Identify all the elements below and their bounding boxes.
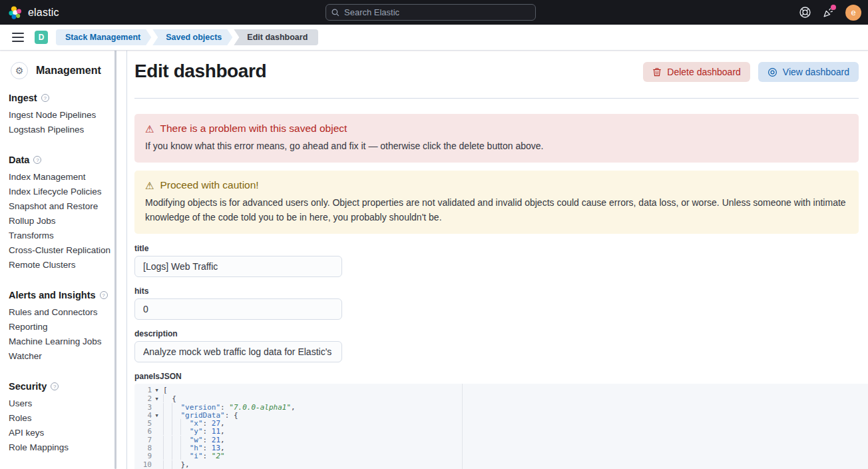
- code-line: 5"x": 27,: [134, 419, 868, 427]
- sidebar-item-logstash-pipelines[interactable]: Logstash Pipelines: [9, 123, 126, 137]
- question-circle-icon[interactable]: ?: [100, 291, 108, 299]
- sidebar-section-title: Ingest?: [9, 93, 126, 103]
- indent-guide: [180, 452, 189, 460]
- breadcrumb-edit-dashboard: Edit dashboard: [234, 29, 318, 45]
- elastic-logo-icon: [8, 5, 23, 20]
- brand-name: elastic: [28, 7, 59, 19]
- panelsjson-code-editor[interactable]: 1▼[2▼{3"version": "7.0.0-alpha1",4▼"grid…: [134, 384, 868, 469]
- sidebar-item-reporting[interactable]: Reporting: [9, 320, 126, 334]
- user-avatar[interactable]: e: [845, 5, 861, 21]
- indent-guide: [172, 403, 180, 411]
- indent-guide: [163, 403, 172, 411]
- question-circle-icon[interactable]: ?: [33, 156, 41, 164]
- fold-caret-icon[interactable]: ▼: [152, 386, 162, 394]
- indent-guide: [172, 444, 180, 452]
- elastic-logo[interactable]: elastic: [8, 5, 59, 20]
- header-divider: [134, 98, 859, 99]
- sidebar-item-index-lifecycle-policies[interactable]: Index Lifecycle Policies: [9, 185, 126, 199]
- title-label: title: [134, 244, 859, 253]
- indent-guide: [172, 436, 180, 444]
- code-line: 2▼{: [134, 394, 868, 402]
- code-line: 1▼[: [134, 386, 868, 394]
- description-label: description: [134, 329, 859, 338]
- space-avatar[interactable]: D: [35, 31, 48, 44]
- sidebar-item-index-management[interactable]: Index Management: [9, 170, 126, 185]
- indent-guide: [180, 436, 189, 444]
- code-line: 6"y": 11,: [134, 427, 868, 435]
- indent-guide: [180, 444, 189, 452]
- menu-icon[interactable]: [7, 29, 29, 46]
- line-number: 9: [134, 452, 152, 460]
- indent-guide: [172, 452, 180, 460]
- line-number: 6: [134, 428, 152, 436]
- title-input[interactable]: [134, 256, 342, 277]
- sidebar-item-remote-clusters[interactable]: Remote Clusters: [9, 258, 126, 272]
- management-sidebar: ⚙ Management Ingest?Ingest Node Pipeline…: [0, 50, 127, 469]
- sidebar-item-rules-and-connectors[interactable]: Rules and Connectors: [9, 305, 126, 320]
- sidebar-item-transforms[interactable]: Transforms: [9, 229, 126, 243]
- notification-dot: [831, 5, 836, 10]
- indent-guide: [172, 419, 180, 427]
- sidebar-section-title: Data?: [9, 155, 126, 165]
- sidebar-item-watcher[interactable]: Watcher: [9, 349, 126, 364]
- indent-guide: [163, 460, 172, 468]
- indent-guide: [163, 411, 172, 419]
- fold-caret-icon[interactable]: ▼: [152, 395, 162, 403]
- search-icon: [331, 9, 339, 17]
- search-input[interactable]: [344, 7, 530, 17]
- indent-guide: [172, 427, 180, 435]
- error-callout-title: There is a problem with this saved objec…: [160, 123, 347, 135]
- line-number: 2: [134, 395, 152, 403]
- indent-guide: [163, 419, 172, 427]
- indent-guide: [172, 460, 180, 468]
- code-line: 8"h": 13,: [134, 444, 868, 452]
- sidebar-item-api-keys[interactable]: API keys: [9, 426, 126, 440]
- sidebar-section-title: Security?: [9, 381, 126, 392]
- code-line: 4▼"gridData": {: [134, 411, 868, 419]
- error-callout: ⚠ There is a problem with this saved obj…: [134, 114, 859, 163]
- caution-callout-title: Proceed with caution!: [160, 179, 258, 191]
- indent-guide: [163, 452, 172, 460]
- caution-callout: ⚠ Proceed with caution! Modifying object…: [134, 171, 859, 234]
- sidebar-scrollbar[interactable]: [114, 50, 116, 469]
- sidebar-item-role-mappings[interactable]: Role Mappings: [9, 440, 126, 455]
- print-margin-ruler: [462, 384, 463, 469]
- main-panel: Edit dashboard Delete dashboard: [127, 50, 868, 469]
- question-circle-icon[interactable]: ?: [51, 382, 59, 390]
- breadcrumb: Stack ManagementSaved objectsEdit dashbo…: [56, 29, 318, 45]
- breadcrumb-saved-objects[interactable]: Saved objects: [152, 29, 232, 45]
- indent-guide: [163, 427, 172, 435]
- sidebar-item-cross-cluster-replication[interactable]: Cross-Cluster Replication: [9, 243, 126, 258]
- indent-guide: [180, 427, 189, 435]
- delete-dashboard-label: Delete dashboard: [667, 67, 741, 77]
- sidebar-item-ingest-node-pipelines[interactable]: Ingest Node Pipelines: [9, 108, 126, 123]
- view-dashboard-label: View dashboard: [783, 67, 849, 77]
- hits-input[interactable]: [134, 298, 342, 320]
- sidebar-section-title: Alerts and Insights?: [9, 290, 126, 300]
- question-circle-icon[interactable]: ?: [41, 94, 49, 102]
- sidebar-item-machine-learning-jobs[interactable]: Machine Learning Jobs: [9, 334, 126, 349]
- newsfeed-icon[interactable]: [822, 7, 834, 19]
- panelsjson-label: panelsJSON: [134, 372, 859, 381]
- help-icon[interactable]: [799, 7, 811, 19]
- code-line: 3"version": "7.0.0-alpha1",: [134, 403, 868, 411]
- code-line: 7"w": 21,: [134, 436, 868, 444]
- error-callout-body: If you know what this error means, go ah…: [145, 139, 848, 153]
- gear-icon: ⚙: [11, 62, 28, 79]
- line-number: 1: [134, 386, 152, 394]
- view-dashboard-button[interactable]: View dashboard: [758, 62, 859, 82]
- sidebar-item-roles[interactable]: Roles: [9, 411, 126, 426]
- sidebar-item-rollup-jobs[interactable]: Rollup Jobs: [9, 214, 126, 229]
- sidebar-item-snapshot-and-restore[interactable]: Snapshot and Restore: [9, 199, 126, 214]
- code-line: 9"i": "2": [134, 452, 868, 460]
- eye-icon: [767, 67, 777, 77]
- hits-label: hits: [134, 286, 859, 296]
- delete-dashboard-button[interactable]: Delete dashboard: [643, 62, 750, 82]
- sidebar-item-users[interactable]: Users: [9, 396, 126, 411]
- global-search[interactable]: [326, 4, 536, 21]
- sidebar-title: Management: [36, 65, 101, 77]
- alert-icon: ⚠: [145, 124, 154, 134]
- indent-guide: [163, 444, 172, 452]
- breadcrumb-stack-management[interactable]: Stack Management: [56, 29, 151, 45]
- description-input[interactable]: [134, 341, 342, 362]
